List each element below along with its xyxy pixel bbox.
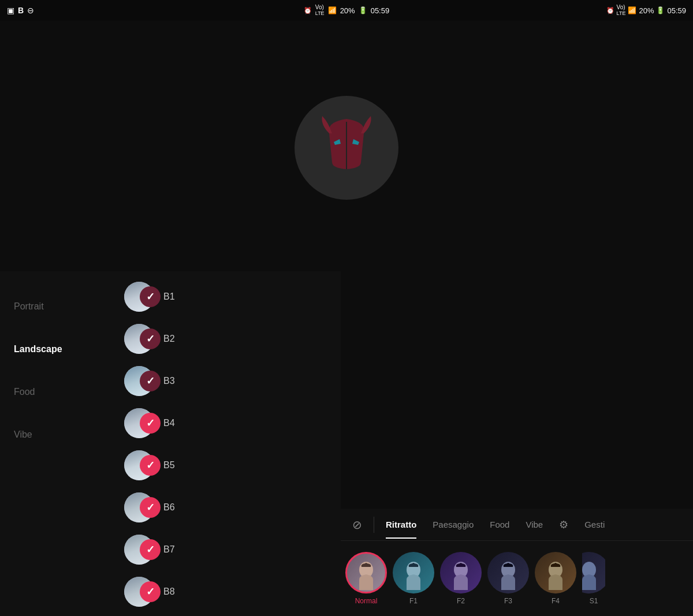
tab-none[interactable]: ⊘ bbox=[345, 513, 369, 536]
thumb-label-f1: F1 bbox=[409, 597, 418, 605]
category-portrait: Portrait bbox=[14, 301, 44, 312]
face-s1 bbox=[582, 552, 605, 593]
tab-vibe-label: Vibe bbox=[526, 520, 543, 529]
tab-ritratto[interactable]: Ritratto bbox=[379, 515, 423, 534]
check-b4[interactable]: ✓ bbox=[140, 413, 161, 434]
thumb-f1[interactable]: F1 bbox=[393, 552, 434, 605]
filter-item-b5[interactable]: B5 ✓ bbox=[124, 450, 184, 480]
tab-gesti-label: Gesti bbox=[584, 520, 605, 529]
filter-label-b3: B3 bbox=[163, 376, 184, 386]
battery-pct-center: 20% bbox=[340, 6, 355, 15]
category-landscape: Landscape bbox=[14, 344, 62, 354]
thumb-circle-s1 bbox=[582, 552, 605, 593]
thumb-f4[interactable]: F4 bbox=[535, 552, 576, 605]
status-bar-right: ⏰ Vo)LTE 📶 20% 🔋 05:59 bbox=[606, 5, 686, 16]
thumb-label-f2: F2 bbox=[457, 597, 465, 605]
face-f3 bbox=[487, 552, 529, 593]
check-b2[interactable]: ✓ bbox=[140, 328, 161, 349]
filter-label-b6: B6 bbox=[163, 502, 184, 513]
status-bar-center: ⏰ Vo)LTE 📶 20% 🔋 05:59 bbox=[304, 5, 389, 16]
filter-label-b8: B8 bbox=[163, 587, 184, 597]
thumb-s1[interactable]: S1 bbox=[582, 552, 605, 605]
wifi-icon-center: 📶 bbox=[328, 6, 337, 14]
face-f4 bbox=[535, 552, 576, 593]
check-b6[interactable]: ✓ bbox=[140, 497, 161, 518]
battery-pct-right: 20% bbox=[639, 6, 654, 15]
volte-center: Vo)LTE bbox=[315, 5, 325, 16]
thumb-label-s1: S1 bbox=[590, 597, 598, 605]
filter-label-b2: B2 bbox=[163, 334, 184, 344]
thumb-label-f3: F3 bbox=[504, 597, 512, 605]
tab-divider bbox=[374, 517, 374, 533]
status-bar: ▣ B ⊖ ⏰ Vo)LTE 📶 20% 🔋 05:59 ⏰ Vo)LTE 📶 … bbox=[0, 0, 693, 21]
checkmark-b7: ✓ bbox=[146, 543, 155, 556]
thumb-label-f4: F4 bbox=[552, 597, 560, 605]
tab-food[interactable]: Food bbox=[483, 515, 516, 534]
tab-vibe[interactable]: Vibe bbox=[519, 515, 550, 534]
no-filter-icon: ⊘ bbox=[352, 518, 362, 531]
filter-item-b4[interactable]: B4 ✓ bbox=[124, 408, 184, 438]
face-normal bbox=[347, 554, 385, 592]
face-f1 bbox=[393, 552, 434, 593]
thumb-f3[interactable]: F3 bbox=[487, 552, 529, 605]
thumb-f2[interactable]: F2 bbox=[440, 552, 482, 605]
settings-icon: ⚙ bbox=[559, 519, 568, 531]
time-right: 05:59 bbox=[667, 6, 686, 15]
check-b3[interactable]: ✓ bbox=[140, 371, 161, 391]
time-center: 05:59 bbox=[371, 6, 390, 15]
checkmark-b5: ✓ bbox=[146, 459, 155, 472]
app-icon-2: B bbox=[18, 6, 24, 15]
filter-label-b4: B4 bbox=[163, 418, 184, 428]
thumb-circle-f1 bbox=[393, 552, 434, 593]
app-icon-3: ⊖ bbox=[27, 6, 34, 15]
checkmark-b4: ✓ bbox=[146, 417, 155, 430]
face-f2 bbox=[440, 552, 482, 593]
thumb-circle-normal bbox=[345, 552, 387, 593]
category-vibe: Vibe bbox=[14, 430, 32, 440]
check-b5[interactable]: ✓ bbox=[140, 455, 161, 476]
category-food: Food bbox=[14, 387, 35, 397]
filter-item-b1[interactable]: B1 ✓ bbox=[124, 282, 184, 312]
filter-item-b6[interactable]: B6 ✓ bbox=[124, 492, 184, 522]
checkmark-b2: ✓ bbox=[146, 333, 155, 345]
tab-settings[interactable]: ⚙ bbox=[552, 514, 575, 536]
app-logo bbox=[295, 96, 398, 200]
thumb-normal[interactable]: Normal bbox=[345, 552, 387, 605]
logo-area bbox=[0, 21, 693, 275]
check-b8[interactable]: ✓ bbox=[140, 581, 161, 602]
wifi-icon-right: 📶 bbox=[628, 6, 636, 14]
tab-ritratto-label: Ritratto bbox=[386, 520, 416, 529]
filter-label-b7: B7 bbox=[163, 544, 184, 555]
status-bar-left: ▣ B ⊖ bbox=[7, 6, 34, 15]
filter-label-b5: B5 bbox=[163, 460, 184, 471]
thumb-circle-f3 bbox=[487, 552, 529, 593]
checkmark-b3: ✓ bbox=[146, 375, 155, 387]
checkmark-b8: ✓ bbox=[146, 585, 155, 598]
left-panel: Portrait Landscape Food Vibe B1 ✓ B2 ✓ B… bbox=[0, 271, 341, 616]
tab-food-label: Food bbox=[490, 520, 509, 529]
tab-paesaggio[interactable]: Paesaggio bbox=[426, 515, 480, 534]
filter-label-b1: B1 bbox=[163, 292, 184, 302]
thumb-label-normal: Normal bbox=[355, 597, 378, 605]
checkmark-b6: ✓ bbox=[146, 501, 155, 514]
thumb-circle-f4 bbox=[535, 552, 576, 593]
check-b1[interactable]: ✓ bbox=[140, 286, 161, 307]
tab-bar: ⊘ Ritratto Paesaggio Food Vibe ⚙ Gesti bbox=[341, 509, 693, 541]
check-b7[interactable]: ✓ bbox=[140, 539, 161, 560]
thumbnails-row: Normal F1 F2 bbox=[341, 541, 693, 616]
tab-paesaggio-label: Paesaggio bbox=[433, 520, 474, 529]
battery-icon-center: 🔋 bbox=[359, 6, 367, 14]
alarm-icon-right: ⏰ bbox=[606, 7, 614, 14]
alarm-icon-center: ⏰ bbox=[304, 7, 312, 14]
app-icon-1: ▣ bbox=[7, 6, 14, 15]
filter-item-b7[interactable]: B7 ✓ bbox=[124, 535, 184, 565]
volte-right: Vo)LTE bbox=[617, 5, 626, 16]
battery-icon-right: 🔋 bbox=[656, 6, 665, 14]
filter-item-b2[interactable]: B2 ✓ bbox=[124, 324, 184, 354]
filter-item-b3[interactable]: B3 ✓ bbox=[124, 366, 184, 396]
thumb-circle-f2 bbox=[440, 552, 482, 593]
filter-item-b8[interactable]: B8 ✓ bbox=[124, 577, 184, 607]
tab-gesti[interactable]: Gesti bbox=[578, 515, 612, 534]
checkmark-b1: ✓ bbox=[146, 290, 155, 303]
